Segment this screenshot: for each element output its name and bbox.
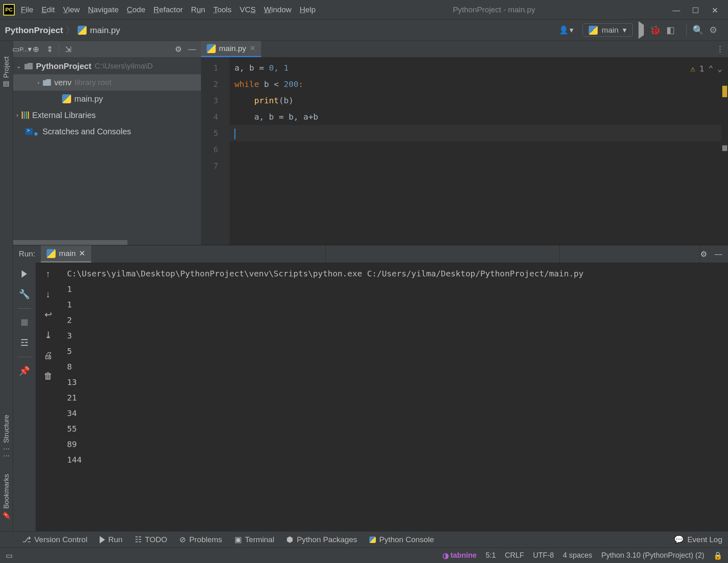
event-log-tab[interactable]: 💬Event Log [674, 535, 722, 544]
window-controls: — ☐ ✕ [672, 6, 725, 14]
run-config-selector[interactable]: main ▾ [583, 23, 633, 37]
line-separator[interactable]: CRLF [505, 551, 524, 560]
tree-root-row[interactable]: ⌄ PythonProject C:\Users\yilma\D [13, 58, 201, 74]
menu-help[interactable]: Help [299, 5, 315, 14]
console-line: 144 [67, 455, 82, 465]
layout-button[interactable]: ☲ [18, 336, 31, 349]
structure-icon: ⋮⋮ [2, 445, 11, 459]
scrollbar-thumb[interactable] [13, 240, 127, 245]
console-line: 1 [67, 284, 72, 294]
menu-edit[interactable]: Edit [42, 5, 55, 14]
breadcrumb-file[interactable]: main.py [78, 25, 120, 35]
maximize-icon[interactable]: ☐ [692, 6, 700, 14]
bookmark-icon: 🔖 [2, 511, 11, 520]
settings-button[interactable]: ⚙ [709, 25, 717, 36]
close-tab-icon[interactable]: ✕ [79, 249, 85, 258]
list-icon: ☷ [135, 535, 142, 544]
minimize-panel-icon[interactable]: — [715, 249, 722, 258]
settings-icon[interactable]: ⚙ [172, 42, 185, 56]
menu-view[interactable]: View [63, 5, 80, 14]
indent-settings[interactable]: 4 spaces [563, 551, 592, 560]
console-line: 21 [67, 393, 77, 403]
soft-wrap-button[interactable]: ↩ [42, 308, 55, 321]
code-paren: ( [279, 96, 284, 105]
print-button[interactable]: 🖨 [42, 349, 55, 362]
up-stack-button[interactable]: ↑ [42, 267, 55, 280]
tree-venv-row[interactable]: › venv library root [13, 74, 201, 91]
down-stack-button[interactable]: ↓ [42, 288, 55, 301]
line-number: 6 [201, 141, 230, 158]
minimize-icon[interactable]: — [672, 6, 681, 14]
project-tool-tab[interactable]: ▤ Project [2, 53, 11, 92]
todo-tab[interactable]: ☷TODO [135, 535, 167, 544]
project-h-scrollbar[interactable] [13, 240, 201, 245]
select-view-button[interactable]: ▭ P...▾ [16, 42, 29, 56]
editor-tab-label: main.py [219, 44, 246, 53]
run-tab[interactable]: main ✕ [41, 245, 91, 263]
debug-button[interactable]: 🐞 [650, 25, 661, 36]
code-num: 200 [279, 79, 298, 89]
cursor-position[interactable]: 5:1 [486, 551, 496, 560]
code-content[interactable]: a, b = 0, 1 while b < 200: print(b) a, b… [230, 57, 728, 245]
navbar: PythonProject 〉 main.py 👤 ▾ main ▾ 🐞 ◧ 🔍… [0, 20, 728, 41]
code-fn: print [254, 96, 279, 105]
clear-all-button[interactable]: 🗑 [42, 369, 55, 383]
editor-menu-icon[interactable]: ⋮ [716, 45, 728, 54]
editor-tab-main[interactable]: main.py ✕ [201, 41, 261, 57]
line-number: 4 [201, 109, 230, 125]
python-packages-tab[interactable]: ⬢Python Packages [286, 535, 357, 544]
run-button[interactable] [639, 25, 644, 36]
code-text: a, b [254, 112, 279, 122]
run-header-label: Run: [13, 249, 41, 258]
code-text [234, 96, 254, 105]
todo-label: TODO [145, 535, 167, 544]
pin-tab-button[interactable]: 📌 [18, 365, 31, 378]
problems-tab[interactable]: ⊘Problems [179, 535, 222, 544]
menu-navigate[interactable]: Navigate [88, 5, 118, 14]
locate-button[interactable]: ⊕ [29, 42, 42, 56]
play-icon [100, 536, 105, 543]
project-panel: ▭ P...▾ ⊕ ⇕ ⇲ ⚙ — ⌄ PythonProject C:\Use… [13, 41, 201, 245]
tabnine-widget[interactable]: ◑tabnine [442, 551, 477, 560]
modify-run-config-button[interactable]: 🔧 [18, 288, 31, 301]
bookmarks-tool-tab[interactable]: 🔖 Bookmarks [2, 471, 11, 523]
tree-extlib-row[interactable]: › External Libraries [13, 107, 201, 123]
editor-body[interactable]: 1 2 3 4 5 6 7 a, b = 0, 1 while b < 200:… [201, 57, 728, 245]
console-line: 89 [67, 439, 77, 449]
menu-code[interactable]: Code [127, 5, 145, 14]
tree-scratches-row[interactable]: Scratches and Consoles [13, 123, 201, 140]
console-output[interactable]: C:\Users\yilma\Desktop\PythonProject\ven… [60, 263, 728, 531]
file-encoding[interactable]: UTF-8 [533, 551, 554, 560]
scroll-to-end-button[interactable]: ⤓ [42, 329, 55, 342]
search-button[interactable]: 🔍 [692, 25, 703, 36]
minimize-panel-button[interactable]: — [185, 42, 199, 56]
python-console-tab[interactable]: Python Console [369, 535, 434, 544]
interpreter-widget[interactable]: Python 3.10 (PythonProject) (2) [601, 551, 704, 560]
expand-all-button[interactable]: ⇕ [43, 42, 56, 56]
close-icon[interactable]: ✕ [712, 6, 720, 14]
structure-tool-tab[interactable]: ⋮⋮ Structure [2, 412, 11, 463]
menu-tools[interactable]: Tools [213, 5, 231, 14]
version-control-tab[interactable]: ⎇Version Control [22, 535, 87, 544]
lock-icon[interactable]: 🔒 [713, 551, 722, 560]
rerun-button[interactable] [18, 267, 31, 280]
content-area: ▭ P...▾ ⊕ ⇕ ⇲ ⚙ — ⌄ PythonProject C:\Use… [13, 41, 728, 531]
left-tool-strip: ▤ Project ⋮⋮ Structure 🔖 Bookmarks [0, 41, 13, 531]
stop-run-button[interactable] [18, 316, 31, 329]
coverage-button[interactable]: ◧ [666, 25, 675, 36]
user-dropdown[interactable]: 👤 ▾ [556, 24, 577, 36]
menu-file[interactable]: File [21, 5, 33, 14]
tool-windows-button[interactable]: ▭ [6, 551, 13, 560]
run-tab[interactable]: Run [100, 535, 123, 544]
tree-file-row[interactable]: main.py [13, 91, 201, 107]
menu-window[interactable]: Window [264, 5, 292, 14]
terminal-tab[interactable]: ▣Terminal [234, 535, 275, 544]
menu-run[interactable]: Run [191, 5, 205, 14]
collapse-all-button[interactable]: ⇲ [62, 42, 75, 56]
breadcrumb-root[interactable]: PythonProject [5, 25, 63, 35]
close-tab-icon[interactable]: ✕ [250, 44, 255, 53]
menu-vcs[interactable]: VCS [240, 5, 256, 14]
scrollbar-info-marker[interactable] [722, 145, 727, 151]
settings-icon[interactable]: ⚙ [700, 249, 707, 259]
menu-refactor[interactable]: Refactor [154, 5, 183, 14]
